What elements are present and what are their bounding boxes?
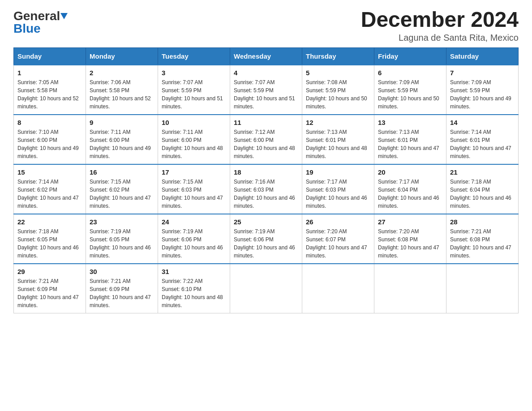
day-info: Sunrise: 7:20 AMSunset: 6:08 PMDaylight:…	[378, 227, 442, 260]
sunrise-text: Sunrise: 7:11 AM	[90, 129, 130, 135]
daylight-text: Daylight: 10 hours and 48 minutes.	[234, 145, 295, 159]
calendar-week-row: 29Sunrise: 7:21 AMSunset: 6:09 PMDayligh…	[14, 264, 519, 313]
daylight-text: Daylight: 10 hours and 48 minutes.	[162, 145, 223, 159]
day-info: Sunrise: 7:21 AMSunset: 6:08 PMDaylight:…	[450, 227, 515, 260]
day-number: 7	[450, 69, 515, 77]
sunrise-text: Sunrise: 7:19 AM	[234, 228, 275, 235]
sunrise-text: Sunrise: 7:20 AM	[378, 228, 419, 235]
day-number: 8	[17, 119, 82, 126]
calendar-day-cell: 25Sunrise: 7:19 AMSunset: 6:06 PMDayligh…	[230, 214, 302, 264]
calendar-header: SundayMondayTuesdayWednesdayThursdayFrid…	[14, 48, 519, 65]
sunrise-text: Sunrise: 7:17 AM	[378, 179, 419, 185]
day-number: 2	[90, 69, 154, 77]
calendar-day-cell: 12Sunrise: 7:13 AMSunset: 6:01 PMDayligh…	[302, 115, 374, 164]
calendar-day-cell: 16Sunrise: 7:15 AMSunset: 6:02 PMDayligh…	[86, 164, 158, 214]
sunrise-text: Sunrise: 7:07 AM	[234, 79, 275, 86]
daylight-text: Daylight: 10 hours and 49 minutes.	[90, 145, 151, 159]
sunset-text: Sunset: 6:00 PM	[90, 137, 129, 143]
day-info: Sunrise: 7:20 AMSunset: 6:07 PMDaylight:…	[306, 227, 370, 260]
calendar-day-cell	[374, 264, 446, 313]
day-info: Sunrise: 7:05 AMSunset: 5:58 PMDaylight:…	[17, 78, 82, 111]
sunset-text: Sunset: 6:03 PM	[234, 187, 274, 193]
sunset-text: Sunset: 6:03 PM	[162, 187, 202, 193]
daylight-text: Daylight: 10 hours and 47 minutes.	[17, 294, 79, 308]
day-number: 26	[306, 218, 370, 226]
calendar-day-cell: 30Sunrise: 7:21 AMSunset: 6:09 PMDayligh…	[86, 264, 158, 313]
title-section: December 2024 Laguna de Santa Rita, Mexi…	[361, 9, 519, 43]
day-number: 23	[90, 218, 154, 226]
day-info: Sunrise: 7:17 AMSunset: 6:04 PMDaylight:…	[378, 178, 442, 210]
logo: General Blue	[13, 9, 68, 36]
weekday-header-sunday: Sunday	[14, 48, 86, 65]
day-number: 20	[378, 168, 442, 176]
sunset-text: Sunset: 6:04 PM	[378, 187, 418, 193]
sunset-text: Sunset: 6:06 PM	[234, 236, 274, 243]
sunrise-text: Sunrise: 7:09 AM	[378, 79, 419, 86]
sunset-text: Sunset: 6:01 PM	[450, 137, 490, 143]
calendar-day-cell: 5Sunrise: 7:08 AMSunset: 5:59 PMDaylight…	[302, 65, 374, 115]
calendar-day-cell: 23Sunrise: 7:19 AMSunset: 6:05 PMDayligh…	[86, 214, 158, 264]
weekday-header-monday: Monday	[86, 48, 158, 65]
day-number: 31	[162, 268, 226, 275]
day-number: 6	[378, 69, 442, 77]
day-number: 12	[306, 119, 370, 126]
daylight-text: Daylight: 10 hours and 46 minutes.	[234, 244, 295, 259]
sunrise-text: Sunrise: 7:12 AM	[234, 129, 275, 135]
weekday-header-wednesday: Wednesday	[230, 48, 302, 65]
calendar-body: 1Sunrise: 7:05 AMSunset: 5:58 PMDaylight…	[14, 65, 519, 313]
day-number: 9	[90, 119, 154, 126]
day-number: 11	[234, 119, 298, 126]
day-info: Sunrise: 7:22 AMSunset: 6:10 PMDaylight:…	[162, 277, 226, 309]
day-number: 14	[450, 119, 515, 126]
sunset-text: Sunset: 6:04 PM	[450, 187, 490, 193]
sunset-text: Sunset: 5:58 PM	[17, 87, 57, 94]
sunset-text: Sunset: 6:10 PM	[162, 286, 202, 292]
daylight-text: Daylight: 10 hours and 47 minutes.	[378, 145, 439, 159]
day-number: 21	[450, 168, 515, 176]
calendar-week-row: 22Sunrise: 7:18 AMSunset: 6:05 PMDayligh…	[14, 214, 519, 264]
sunrise-text: Sunrise: 7:18 AM	[17, 228, 58, 235]
sunrise-text: Sunrise: 7:18 AM	[450, 179, 491, 185]
page-header: General Blue December 2024 Laguna de San…	[13, 9, 519, 43]
day-info: Sunrise: 7:13 AMSunset: 6:01 PMDaylight:…	[378, 128, 442, 160]
sunrise-text: Sunrise: 7:19 AM	[90, 228, 130, 235]
daylight-text: Daylight: 10 hours and 48 minutes.	[162, 294, 223, 308]
calendar-day-cell: 27Sunrise: 7:20 AMSunset: 6:08 PMDayligh…	[374, 214, 446, 264]
day-info: Sunrise: 7:06 AMSunset: 5:58 PMDaylight:…	[90, 78, 154, 111]
sunrise-text: Sunrise: 7:13 AM	[378, 129, 419, 135]
calendar-day-cell: 22Sunrise: 7:18 AMSunset: 6:05 PMDayligh…	[14, 214, 86, 264]
sunset-text: Sunset: 6:00 PM	[234, 137, 274, 143]
day-number: 16	[90, 168, 154, 176]
daylight-text: Daylight: 10 hours and 46 minutes.	[450, 195, 511, 209]
day-info: Sunrise: 7:21 AMSunset: 6:09 PMDaylight:…	[90, 277, 154, 309]
day-info: Sunrise: 7:12 AMSunset: 6:00 PMDaylight:…	[234, 128, 298, 160]
logo-blue: Blue	[13, 21, 41, 36]
day-info: Sunrise: 7:15 AMSunset: 6:03 PMDaylight:…	[162, 178, 226, 210]
weekday-header-friday: Friday	[374, 48, 446, 65]
calendar-day-cell: 11Sunrise: 7:12 AMSunset: 6:00 PMDayligh…	[230, 115, 302, 164]
calendar-day-cell: 7Sunrise: 7:09 AMSunset: 5:59 PMDaylight…	[446, 65, 519, 115]
day-info: Sunrise: 7:07 AMSunset: 5:59 PMDaylight:…	[234, 78, 298, 111]
day-info: Sunrise: 7:14 AMSunset: 6:02 PMDaylight:…	[17, 178, 82, 210]
weekday-header-thursday: Thursday	[302, 48, 374, 65]
daylight-text: Daylight: 10 hours and 52 minutes.	[90, 95, 151, 110]
calendar-day-cell: 19Sunrise: 7:17 AMSunset: 6:03 PMDayligh…	[302, 164, 374, 214]
sunset-text: Sunset: 6:06 PM	[162, 236, 202, 243]
month-year-title: December 2024	[361, 9, 519, 30]
daylight-text: Daylight: 10 hours and 46 minutes.	[306, 195, 367, 209]
daylight-text: Daylight: 10 hours and 46 minutes.	[17, 244, 79, 259]
logo-triangle-icon	[60, 13, 68, 19]
calendar-day-cell: 17Sunrise: 7:15 AMSunset: 6:03 PMDayligh…	[158, 164, 230, 214]
daylight-text: Daylight: 10 hours and 49 minutes.	[17, 145, 79, 159]
day-number: 22	[17, 218, 82, 226]
day-info: Sunrise: 7:08 AMSunset: 5:59 PMDaylight:…	[306, 78, 370, 111]
sunset-text: Sunset: 6:01 PM	[306, 137, 346, 143]
calendar-day-cell	[230, 264, 302, 313]
sunset-text: Sunset: 5:59 PM	[306, 87, 346, 94]
day-info: Sunrise: 7:09 AMSunset: 5:59 PMDaylight:…	[450, 78, 515, 111]
day-number: 24	[162, 218, 226, 226]
sunrise-text: Sunrise: 7:13 AM	[306, 129, 347, 135]
sunrise-text: Sunrise: 7:16 AM	[234, 179, 275, 185]
day-number: 28	[450, 218, 515, 226]
day-number: 1	[17, 69, 82, 77]
